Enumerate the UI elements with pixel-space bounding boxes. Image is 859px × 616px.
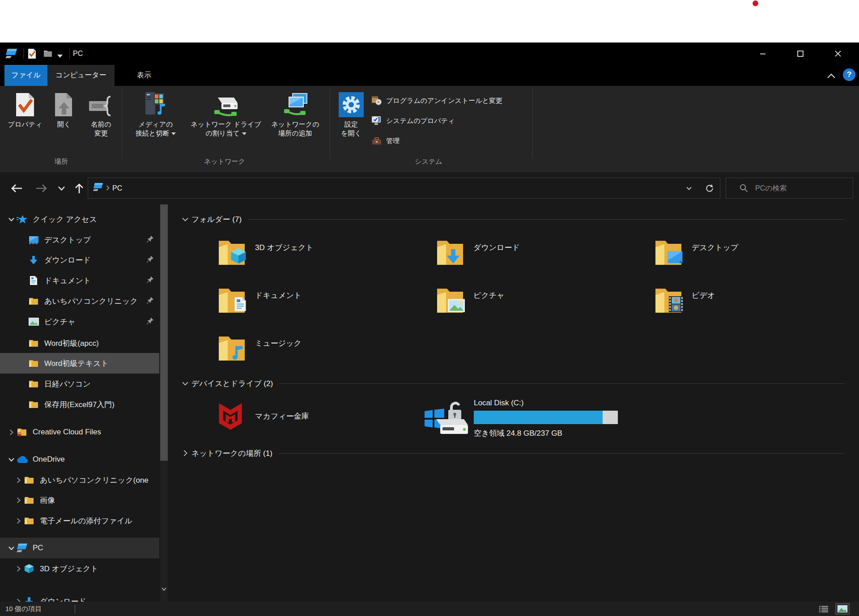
folder-tile-documents[interactable]: ドキュメント <box>218 288 410 313</box>
recording-dot <box>753 0 758 6</box>
maximize-button[interactable] <box>787 42 814 65</box>
chevron-down-icon[interactable] <box>6 546 16 550</box>
address-bar[interactable]: PC <box>88 178 720 199</box>
folder-tile-desktop[interactable]: デスクトップ <box>655 240 847 265</box>
qat-dropdown-icon[interactable] <box>57 52 63 60</box>
open-settings-button[interactable]: 設定を開く <box>334 89 368 138</box>
chevron-down-icon <box>180 217 191 221</box>
sidebar-item-documents[interactable]: ドキュメント <box>0 270 159 291</box>
pictures-folder-icon <box>436 288 464 313</box>
sidebar-item-3d-objects[interactable]: 3D オブジェクト <box>0 558 159 579</box>
help-icon[interactable]: ? <box>843 68 855 81</box>
settings-gear-icon <box>339 89 364 117</box>
sidebar-item-gazou[interactable]: 画像 <box>0 490 159 510</box>
sidebar-item-onedrive[interactable]: OneDrive <box>0 449 159 470</box>
up-button[interactable] <box>71 180 88 197</box>
chevron-right-icon[interactable] <box>13 477 23 483</box>
system-properties-button[interactable]: システムのプロパティ <box>371 114 455 127</box>
sidebar-item-downloads[interactable]: ダウンロード <box>0 250 159 270</box>
back-button[interactable] <box>8 180 25 197</box>
folder-tile-videos[interactable]: ビデオ <box>655 288 847 313</box>
chevron-right-icon[interactable] <box>13 518 23 524</box>
documents-folder-icon <box>218 288 246 313</box>
sidebar-item-word-beginner-text[interactable]: Word初級テキスト <box>0 353 159 374</box>
folder-icon <box>23 475 35 485</box>
status-bar: 10 個の項目 <box>0 602 859 616</box>
rename-button[interactable]: 名前の変更 <box>80 89 123 138</box>
details-view-button[interactable] <box>817 603 830 614</box>
section-folders[interactable]: フォルダー (7) <box>180 213 853 225</box>
scrollbar-thumb[interactable] <box>160 204 168 461</box>
folder-tile-music[interactable]: ミュージック <box>218 336 410 361</box>
3d-objects-folder-icon <box>218 240 246 265</box>
sidebar-item-apc-clinic-onedrive[interactable]: あいちパソコンクリニック(one <box>0 470 159 490</box>
chevron-right-icon[interactable] <box>13 497 23 503</box>
add-network-location-button[interactable]: ネットワークの場所の追加 <box>262 89 329 138</box>
downloads-folder-icon <box>436 240 464 265</box>
dropdown-caret <box>171 132 176 135</box>
sidebar-item-creative-cloud-files[interactable]: Creative Cloud Files <box>0 422 159 442</box>
sidebar-item-email-attachments[interactable]: 電子メールの添付ファイル <box>0 510 159 531</box>
properties-button[interactable]: プロパティ <box>3 89 47 129</box>
disk-usage-fill <box>474 411 603 424</box>
videos-folder-icon <box>655 288 682 313</box>
device-tile-local-disk-c[interactable]: Local Disk (C:) 空き領域 24.8 GB/237 GB <box>424 399 621 438</box>
thumbnail-view-button[interactable] <box>836 603 849 614</box>
map-network-drive-button[interactable]: ネットワーク ドライブの割り当て <box>184 89 268 138</box>
qat-folder-icon[interactable] <box>43 50 52 59</box>
pc-icon <box>16 543 28 553</box>
forward-button[interactable] <box>33 180 50 197</box>
media-connect-button[interactable]: メディアの接続と切断 <box>124 89 187 138</box>
sidebar-item-quick-access[interactable]: クイック アクセス <box>0 209 159 229</box>
download-icon <box>23 596 35 602</box>
folder-tile-3d-objects[interactable]: 3D オブジェクト <box>218 240 410 265</box>
sidebar-item-apc-clinic[interactable]: あいちパソコンクリニック <box>0 291 159 311</box>
chevron-right-icon[interactable] <box>13 599 23 602</box>
ribbon-collapse-icon[interactable] <box>824 68 838 83</box>
rename-icon <box>88 89 114 117</box>
chevron-right-icon <box>180 450 191 456</box>
sidebar-item-pc[interactable]: PC <box>0 538 159 558</box>
tab-file[interactable]: ファイル <box>4 65 47 86</box>
section-devices[interactable]: デバイスとドライブ (2) <box>180 378 853 389</box>
sidebar-scrollbar[interactable] <box>160 204 168 602</box>
sidebar-item-nikkei-pasocon[interactable]: 日経パソコン <box>0 374 159 394</box>
sidebar-item-word-beginner-apcc[interactable]: Word初級(apcc) <box>0 333 159 353</box>
minimize-button[interactable] <box>749 42 777 65</box>
sidebar-item-hozon-excel97[interactable]: 保存用(Excel97入門) <box>0 394 159 415</box>
section-divider <box>248 219 844 220</box>
tab-view[interactable]: 表示 <box>126 65 162 86</box>
desktop-icon <box>28 234 39 245</box>
uninstall-program-button[interactable]: プログラムのアンインストールと変更 <box>371 94 502 107</box>
section-network-locations[interactable]: ネットワークの場所 (1) <box>180 447 853 459</box>
refresh-icon[interactable] <box>699 178 720 198</box>
app-pc-icon <box>5 48 17 61</box>
folder-icon <box>23 495 35 506</box>
chevron-right-icon[interactable] <box>13 566 23 572</box>
sidebar-item-pictures[interactable]: ピクチャ <box>0 311 159 332</box>
address-dropdown-icon[interactable] <box>679 178 699 198</box>
sidebar-item-downloads-pc[interactable]: ダウンロード <box>0 591 159 602</box>
uninstall-icon <box>371 95 382 106</box>
group-label-place: 場所 <box>17 157 106 166</box>
search-input[interactable] <box>754 184 849 193</box>
breadcrumb[interactable]: PC <box>112 184 122 192</box>
folder-tile-pictures[interactable]: ピクチャ <box>436 288 629 313</box>
tab-computer[interactable]: コンピューター <box>47 65 115 86</box>
manage-button[interactable]: 管理 <box>371 134 400 148</box>
recent-locations-icon[interactable] <box>53 180 70 197</box>
dropdown-caret <box>242 132 247 135</box>
chevron-down-icon[interactable] <box>6 217 16 221</box>
open-button[interactable]: 開く <box>46 89 82 129</box>
manage-icon <box>371 136 382 146</box>
close-button[interactable] <box>824 42 852 65</box>
search-icon <box>740 184 748 192</box>
folder-tile-downloads[interactable]: ダウンロード <box>436 240 629 265</box>
chevron-right-icon[interactable] <box>6 429 16 435</box>
chevron-down-icon[interactable] <box>6 458 16 462</box>
device-tile-mcafee[interactable]: マカフィー金庫 <box>215 401 408 432</box>
search-box[interactable] <box>726 178 853 199</box>
qat-properties-icon[interactable] <box>28 48 36 61</box>
sidebar-item-desktop[interactable]: デスクトップ <box>0 229 159 250</box>
scrollbar-down-icon[interactable] <box>160 585 168 594</box>
